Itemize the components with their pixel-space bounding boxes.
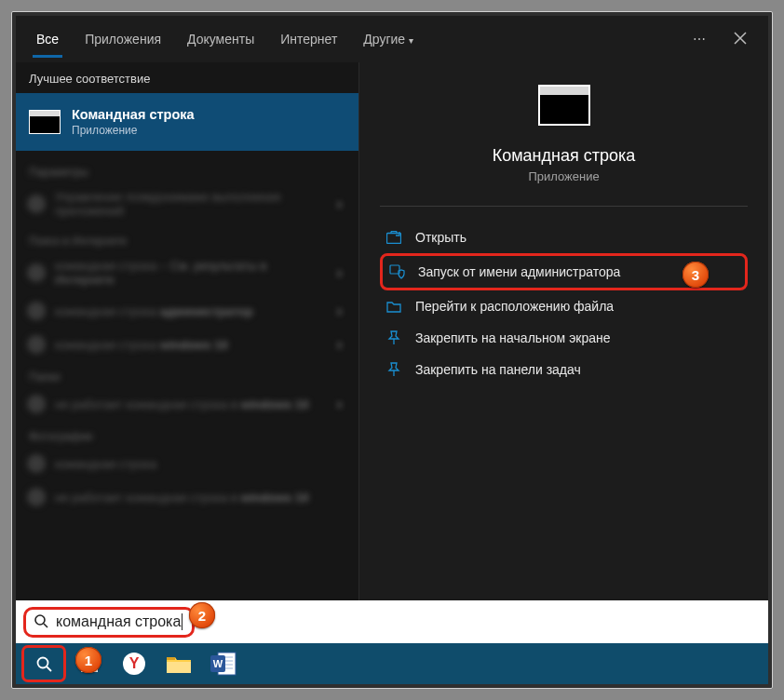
list-item-label: командная строка – См. результаты в Инте… xyxy=(55,259,328,287)
step-badge-3: 3 xyxy=(683,262,709,288)
list-item[interactable]: не работает командная строка в windows 1… xyxy=(25,480,349,514)
list-item-label: командная строка xyxy=(55,457,347,471)
other-results-blurred: Параметры Управление псевдонимами выполн… xyxy=(16,151,358,600)
window-frame: Все Приложения Документы Интернет Другие… xyxy=(11,11,773,689)
svg-rect-12 xyxy=(167,662,191,673)
list-item[interactable]: командная строка – См. результаты в Инте… xyxy=(25,251,349,294)
tab-all[interactable]: Все xyxy=(23,19,72,60)
best-match-title: Командная строка xyxy=(72,107,195,122)
folder-icon xyxy=(165,650,193,678)
search-tabs: Все Приложения Документы Интернет Другие… xyxy=(16,16,768,62)
cmd-icon xyxy=(538,85,590,126)
list-item-label: не работает командная строка в windows 1… xyxy=(55,491,347,505)
list-item-label: Управление псевдонимами выполнения прило… xyxy=(55,190,328,218)
folder-icon xyxy=(385,300,402,313)
word-icon: W xyxy=(210,650,237,678)
svg-rect-0 xyxy=(387,234,401,244)
action-label: Запуск от имени администратора xyxy=(418,264,620,279)
taskbar: Y W xyxy=(16,643,768,684)
action-open-file-location[interactable]: Перейти к расположению файла xyxy=(380,290,748,322)
search-input[interactable]: командная строка xyxy=(56,613,182,630)
section-photos: Фотографии xyxy=(29,430,349,443)
svg-point-4 xyxy=(38,658,48,668)
action-label: Перейти к расположению файла xyxy=(415,299,614,314)
chevron-right-icon: › xyxy=(337,397,347,411)
svg-rect-13 xyxy=(167,657,175,660)
photo-icon xyxy=(27,454,46,473)
search-icon xyxy=(34,613,48,631)
search-bar[interactable]: командная строка xyxy=(16,600,768,643)
close-icon[interactable] xyxy=(720,20,761,59)
action-pin-start[interactable]: Закрепить на начальном экране xyxy=(380,322,748,354)
list-item[interactable]: Управление псевдонимами выполнения прило… xyxy=(25,182,349,225)
divider xyxy=(380,206,748,207)
list-item-label: командная строка администратор xyxy=(55,304,328,318)
section-web: Поиск в Интернете xyxy=(29,235,349,248)
best-match-item[interactable]: Командная строка Приложение xyxy=(16,93,358,151)
action-label: Открыть xyxy=(415,230,466,245)
step-badge-2: 2 xyxy=(189,602,215,628)
svg-line-3 xyxy=(44,624,47,627)
results-list: Лучшее соответствие Командная строка При… xyxy=(16,62,358,600)
preview-subtitle: Приложение xyxy=(380,169,748,183)
yandex-icon: Y xyxy=(120,650,148,678)
list-item-label: не работает командная строка в windows 1… xyxy=(55,397,328,411)
chevron-right-icon: › xyxy=(337,303,347,318)
chevron-right-icon: › xyxy=(337,337,347,352)
step-badge-1: 1 xyxy=(75,647,101,673)
tab-other[interactable]: Другие▾ xyxy=(350,19,426,60)
preview-pane: Командная строка Приложение Открыть Запу… xyxy=(358,62,768,600)
search-icon xyxy=(27,335,46,354)
best-match-header: Лучшее соответствие xyxy=(16,62,358,93)
action-label: Закрепить на начальном экране xyxy=(415,330,611,345)
section-settings: Параметры xyxy=(29,166,349,179)
cmd-icon xyxy=(29,110,61,134)
taskbar-search-button[interactable] xyxy=(21,645,66,682)
list-item[interactable]: командная строка windows 10 › xyxy=(25,328,349,361)
pin-icon xyxy=(385,362,402,377)
preview-title: Командная строка xyxy=(380,146,748,166)
list-item-label: командная строка windows 10 xyxy=(55,338,328,352)
folder-icon xyxy=(27,395,46,413)
action-pin-taskbar[interactable]: Закрепить на панели задач xyxy=(380,354,748,385)
taskbar-app-explorer[interactable] xyxy=(157,646,200,681)
taskbar-app-yandex[interactable]: Y xyxy=(113,646,155,681)
section-folders: Папки xyxy=(29,370,349,384)
search-input-highlight: командная строка xyxy=(23,607,195,638)
pin-icon xyxy=(385,330,402,345)
search-icon xyxy=(27,263,46,282)
action-label: Закрепить на панели задач xyxy=(415,362,581,377)
best-match-subtitle: Приложение xyxy=(72,124,195,137)
svg-line-5 xyxy=(47,666,51,671)
list-item[interactable]: командная строка xyxy=(25,447,349,480)
taskbar-app-word[interactable]: W xyxy=(202,646,245,681)
tab-documents[interactable]: Документы xyxy=(174,19,267,60)
svg-text:Y: Y xyxy=(129,655,140,671)
chevron-right-icon: › xyxy=(337,265,347,280)
tab-internet[interactable]: Интернет xyxy=(267,19,350,60)
open-icon xyxy=(385,231,402,244)
tab-other-label: Другие xyxy=(363,32,405,47)
action-open[interactable]: Открыть xyxy=(380,222,748,253)
more-icon[interactable]: ⋯ xyxy=(679,20,720,58)
chevron-down-icon: ▾ xyxy=(409,35,413,46)
shield-icon xyxy=(388,264,405,279)
search-icon xyxy=(27,302,46,320)
list-item[interactable]: не работает командная строка в windows 1… xyxy=(25,387,349,421)
svg-point-2 xyxy=(35,615,45,625)
svg-text:W: W xyxy=(213,658,223,669)
settings-icon xyxy=(27,195,46,213)
photo-icon xyxy=(27,488,46,506)
list-item[interactable]: командная строка администратор › xyxy=(25,294,349,328)
chevron-right-icon: › xyxy=(337,196,347,211)
tab-apps[interactable]: Приложения xyxy=(72,19,174,60)
